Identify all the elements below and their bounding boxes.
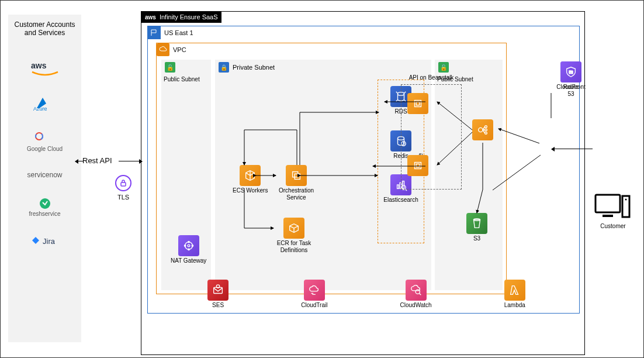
svg-text:aws: aws: [31, 61, 47, 70]
svg-rect-22: [415, 101, 421, 107]
beanstalk-label: API on Beanstalk: [401, 74, 461, 81]
provider-aws: aws: [31, 60, 59, 77]
s3-icon: [466, 213, 487, 234]
provider-gcp: Google Cloud: [27, 130, 63, 152]
svg-rect-24: [415, 163, 421, 169]
load-balancer-icon: [472, 119, 493, 140]
svg-rect-39: [595, 195, 620, 212]
customer-endpoint: Customer: [594, 192, 632, 230]
svg-point-38: [416, 290, 420, 294]
svg-point-27: [485, 126, 487, 128]
private-subnet: 🔒 Private Subnet ECS Workers: [215, 60, 431, 290]
svg-point-28: [485, 129, 487, 131]
tls-lock-icon: [115, 175, 131, 191]
provider-servicenow: servicenow: [27, 171, 62, 179]
svg-rect-14: [295, 174, 300, 179]
vpc-box: VPC 🔓 Public Subnet NAT Gateway: [156, 43, 507, 294]
provider-jira: Jira: [31, 236, 59, 249]
svg-text:53: 53: [569, 70, 573, 74]
region-flag-icon: [148, 26, 161, 39]
svg-point-7: [185, 242, 192, 250]
azure-logo-icon: Azure: [31, 95, 59, 112]
svg-point-42: [625, 199, 627, 201]
svg-text:Jira: Jira: [43, 237, 56, 246]
sidebar-title: Customer Accounts and Services: [8, 20, 81, 37]
cloudtrail-service: CloudTrail: [301, 280, 327, 309]
jira-logo-icon: Jira: [31, 236, 59, 249]
nat-gateway-icon: [178, 235, 199, 256]
lambda-icon: [504, 280, 525, 301]
ecs-icon: [240, 165, 261, 186]
cloudwatch-icon: [406, 280, 427, 301]
public-subnet-left: 🔓 Public Subnet NAT Gateway: [161, 60, 211, 290]
ses-service: SES: [207, 280, 228, 309]
region-box: US East 1 VPC 🔓 Public Subnet: [147, 26, 580, 314]
svg-rect-6: [121, 183, 126, 186]
vpc-label: VPC: [173, 46, 186, 53]
freshservice-logo-icon: [39, 198, 51, 209]
lock-closed-icon: 🔒: [219, 62, 229, 73]
ses-icon: [207, 280, 228, 301]
cloudtrail-icon: [304, 280, 325, 301]
ecr-icon: [283, 218, 304, 239]
computer-icon: [594, 192, 632, 222]
route53-service: 53 Route 53: [560, 61, 581, 97]
customer-sidebar: Customer Accounts and Services aws Azure…: [8, 15, 81, 342]
route53-icon: 53: [560, 61, 581, 82]
svg-point-29: [485, 132, 487, 135]
ecr-service: ECR for Task Definitions: [273, 218, 314, 253]
svg-rect-13: [293, 172, 298, 177]
provider-freshservice: freshservice: [29, 198, 61, 217]
ec2-icon: [407, 155, 428, 176]
svg-text:Azure: Azure: [33, 106, 47, 112]
svg-point-8: [188, 245, 190, 247]
svg-rect-18: [397, 185, 399, 188]
provider-azure: Azure: [31, 95, 59, 112]
arrow-restapi-right: [119, 161, 142, 161]
svg-point-4: [40, 198, 50, 209]
svg-rect-23: [416, 102, 420, 105]
gcp-logo-icon: [31, 130, 59, 144]
lock-open-icon: 🔓: [165, 62, 175, 73]
lock-open-icon-right: 🔓: [438, 62, 449, 73]
orchestration-service: Orchestration Service: [276, 165, 317, 201]
aws-account-box: aws Infinity Ensure SaaS US East 1 VPC: [141, 11, 585, 355]
region-label: US East 1: [164, 29, 193, 36]
beanstalk-group: API on Beanstalk: [401, 84, 462, 190]
region-bottom-services: SES CloudTrail CloudWatch: [171, 280, 562, 309]
aws-title: Infinity Ensure SaaS: [160, 11, 221, 23]
svg-rect-40: [603, 215, 613, 217]
load-balancer-service: [472, 119, 493, 140]
beanstalk-instance-b: [407, 155, 428, 176]
tls-block: TLS: [115, 175, 131, 201]
svg-point-26: [479, 128, 483, 132]
lambda-service: Lambda: [504, 280, 525, 309]
ec2-icon: [407, 93, 428, 114]
aws-logo-icon: aws: [31, 60, 59, 77]
vpc-cloud-icon: [157, 43, 169, 56]
beanstalk-instance-a: [407, 93, 428, 114]
cloudwatch-service: CloudWatch: [400, 280, 432, 309]
rest-api-label: Rest API: [82, 156, 112, 165]
s3-service: S3: [466, 213, 487, 242]
orchestration-icon: [286, 165, 307, 186]
aws-logo-badge: aws: [141, 12, 160, 23]
ecs-workers-service: ECS Workers: [233, 165, 268, 194]
nat-gateway-service: NAT Gateway: [171, 235, 206, 264]
arrow-customer-route53: [552, 149, 593, 149]
svg-rect-25: [416, 164, 420, 167]
